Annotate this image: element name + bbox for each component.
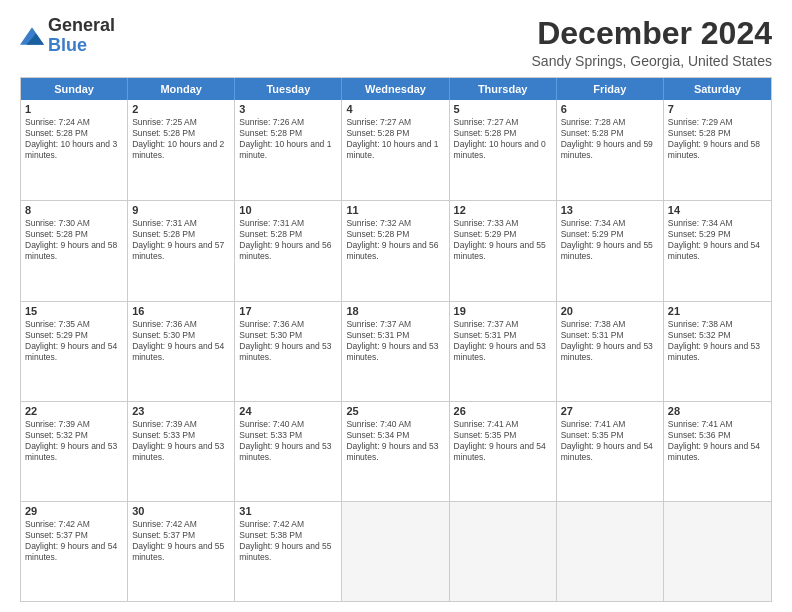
calendar-cell: 6 Sunrise: 7:28 AM Sunset: 5:28 PM Dayli… xyxy=(557,100,664,200)
calendar-cell: 15 Sunrise: 7:35 AM Sunset: 5:29 PM Dayl… xyxy=(21,302,128,401)
header-monday: Monday xyxy=(128,78,235,100)
sunrise: Sunrise: 7:38 AM xyxy=(561,319,659,330)
day-number: 4 xyxy=(346,103,444,115)
logo-general: General xyxy=(48,15,115,35)
sunrise: Sunrise: 7:36 AM xyxy=(132,319,230,330)
header-tuesday: Tuesday xyxy=(235,78,342,100)
day-number: 26 xyxy=(454,405,552,417)
sunset: Sunset: 5:33 PM xyxy=(132,430,230,441)
logo-icon xyxy=(20,27,44,45)
daylight: Daylight: 9 hours and 53 minutes. xyxy=(239,341,337,363)
daylight: Daylight: 9 hours and 54 minutes. xyxy=(25,341,123,363)
daylight: Daylight: 9 hours and 56 minutes. xyxy=(239,240,337,262)
daylight: Daylight: 9 hours and 54 minutes. xyxy=(25,541,123,563)
calendar-cell: 21 Sunrise: 7:38 AM Sunset: 5:32 PM Dayl… xyxy=(664,302,771,401)
header-thursday: Thursday xyxy=(450,78,557,100)
daylight: Daylight: 9 hours and 53 minutes. xyxy=(239,441,337,463)
sunrise: Sunrise: 7:39 AM xyxy=(25,419,123,430)
sunrise: Sunrise: 7:41 AM xyxy=(561,419,659,430)
day-number: 19 xyxy=(454,305,552,317)
sunset: Sunset: 5:29 PM xyxy=(561,229,659,240)
calendar-cell: 12 Sunrise: 7:33 AM Sunset: 5:29 PM Dayl… xyxy=(450,201,557,300)
sunset: Sunset: 5:37 PM xyxy=(132,530,230,541)
day-number: 6 xyxy=(561,103,659,115)
sunrise: Sunrise: 7:30 AM xyxy=(25,218,123,229)
calendar-cell: 19 Sunrise: 7:37 AM Sunset: 5:31 PM Dayl… xyxy=(450,302,557,401)
sunrise: Sunrise: 7:31 AM xyxy=(132,218,230,229)
day-number: 21 xyxy=(668,305,767,317)
calendar-cell: 30 Sunrise: 7:42 AM Sunset: 5:37 PM Dayl… xyxy=(128,502,235,601)
calendar-week-5: 29 Sunrise: 7:42 AM Sunset: 5:37 PM Dayl… xyxy=(21,501,771,601)
sunrise: Sunrise: 7:37 AM xyxy=(454,319,552,330)
day-number: 7 xyxy=(668,103,767,115)
daylight: Daylight: 9 hours and 55 minutes. xyxy=(132,541,230,563)
daylight: Daylight: 9 hours and 53 minutes. xyxy=(25,441,123,463)
sunset: Sunset: 5:32 PM xyxy=(668,330,767,341)
calendar-cell: 8 Sunrise: 7:30 AM Sunset: 5:28 PM Dayli… xyxy=(21,201,128,300)
calendar-week-3: 15 Sunrise: 7:35 AM Sunset: 5:29 PM Dayl… xyxy=(21,301,771,401)
sunset: Sunset: 5:37 PM xyxy=(25,530,123,541)
daylight: Daylight: 9 hours and 55 minutes. xyxy=(454,240,552,262)
daylight: Daylight: 9 hours and 53 minutes. xyxy=(454,341,552,363)
daylight: Daylight: 10 hours and 0 minutes. xyxy=(454,139,552,161)
day-number: 23 xyxy=(132,405,230,417)
sunset: Sunset: 5:28 PM xyxy=(346,229,444,240)
day-number: 9 xyxy=(132,204,230,216)
sunset: Sunset: 5:33 PM xyxy=(239,430,337,441)
calendar-cell: 16 Sunrise: 7:36 AM Sunset: 5:30 PM Dayl… xyxy=(128,302,235,401)
calendar-cell: 17 Sunrise: 7:36 AM Sunset: 5:30 PM Dayl… xyxy=(235,302,342,401)
day-number: 31 xyxy=(239,505,337,517)
day-number: 11 xyxy=(346,204,444,216)
sunrise: Sunrise: 7:34 AM xyxy=(561,218,659,229)
calendar-body: 1 Sunrise: 7:24 AM Sunset: 5:28 PM Dayli… xyxy=(21,100,771,601)
day-number: 25 xyxy=(346,405,444,417)
sunrise: Sunrise: 7:41 AM xyxy=(454,419,552,430)
daylight: Daylight: 9 hours and 54 minutes. xyxy=(132,341,230,363)
header-wednesday: Wednesday xyxy=(342,78,449,100)
day-number: 1 xyxy=(25,103,123,115)
sunset: Sunset: 5:28 PM xyxy=(25,128,123,139)
daylight: Daylight: 9 hours and 53 minutes. xyxy=(132,441,230,463)
daylight: Daylight: 9 hours and 53 minutes. xyxy=(561,341,659,363)
calendar-cell: 2 Sunrise: 7:25 AM Sunset: 5:28 PM Dayli… xyxy=(128,100,235,200)
header: General Blue December 2024 Sandy Springs… xyxy=(20,16,772,69)
sunset: Sunset: 5:34 PM xyxy=(346,430,444,441)
calendar-cell xyxy=(342,502,449,601)
calendar-week-1: 1 Sunrise: 7:24 AM Sunset: 5:28 PM Dayli… xyxy=(21,100,771,200)
logo-blue: Blue xyxy=(48,35,87,55)
sunrise: Sunrise: 7:26 AM xyxy=(239,117,337,128)
month-title: December 2024 xyxy=(532,16,772,51)
daylight: Daylight: 9 hours and 56 minutes. xyxy=(346,240,444,262)
calendar-cell: 28 Sunrise: 7:41 AM Sunset: 5:36 PM Dayl… xyxy=(664,402,771,501)
sunrise: Sunrise: 7:35 AM xyxy=(25,319,123,330)
sunrise: Sunrise: 7:41 AM xyxy=(668,419,767,430)
sunrise: Sunrise: 7:38 AM xyxy=(668,319,767,330)
day-number: 30 xyxy=(132,505,230,517)
calendar-cell xyxy=(450,502,557,601)
sunset: Sunset: 5:28 PM xyxy=(239,128,337,139)
calendar-cell: 31 Sunrise: 7:42 AM Sunset: 5:38 PM Dayl… xyxy=(235,502,342,601)
sunrise: Sunrise: 7:39 AM xyxy=(132,419,230,430)
calendar-cell: 4 Sunrise: 7:27 AM Sunset: 5:28 PM Dayli… xyxy=(342,100,449,200)
day-number: 8 xyxy=(25,204,123,216)
daylight: Daylight: 10 hours and 1 minute. xyxy=(239,139,337,161)
calendar-cell: 29 Sunrise: 7:42 AM Sunset: 5:37 PM Dayl… xyxy=(21,502,128,601)
day-number: 17 xyxy=(239,305,337,317)
sunset: Sunset: 5:35 PM xyxy=(561,430,659,441)
calendar-cell: 10 Sunrise: 7:31 AM Sunset: 5:28 PM Dayl… xyxy=(235,201,342,300)
daylight: Daylight: 9 hours and 54 minutes. xyxy=(668,240,767,262)
day-number: 12 xyxy=(454,204,552,216)
sunrise: Sunrise: 7:42 AM xyxy=(132,519,230,530)
calendar-header: Sunday Monday Tuesday Wednesday Thursday… xyxy=(21,78,771,100)
calendar-cell xyxy=(664,502,771,601)
header-sunday: Sunday xyxy=(21,78,128,100)
sunset: Sunset: 5:31 PM xyxy=(454,330,552,341)
daylight: Daylight: 9 hours and 53 minutes. xyxy=(346,341,444,363)
sunset: Sunset: 5:28 PM xyxy=(346,128,444,139)
day-number: 27 xyxy=(561,405,659,417)
calendar-week-4: 22 Sunrise: 7:39 AM Sunset: 5:32 PM Dayl… xyxy=(21,401,771,501)
sunset: Sunset: 5:28 PM xyxy=(132,128,230,139)
page: General Blue December 2024 Sandy Springs… xyxy=(0,0,792,612)
daylight: Daylight: 9 hours and 54 minutes. xyxy=(454,441,552,463)
header-saturday: Saturday xyxy=(664,78,771,100)
